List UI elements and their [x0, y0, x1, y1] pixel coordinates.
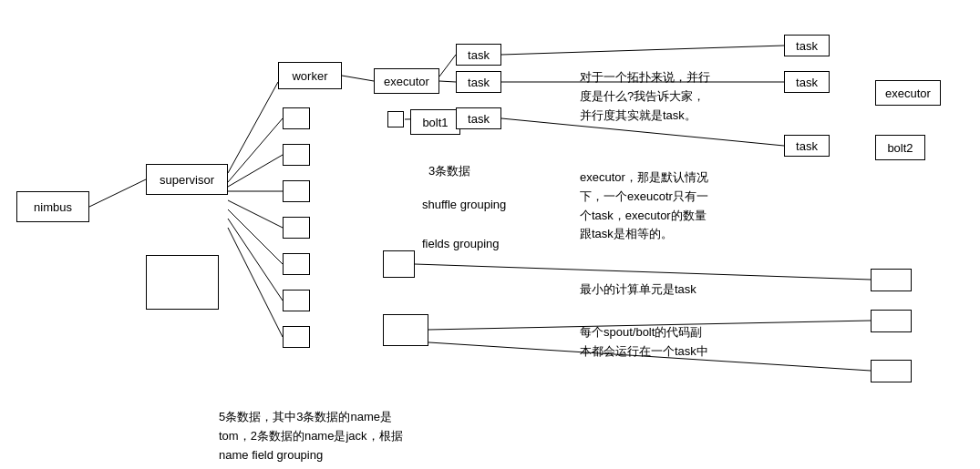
task3-box: task — [456, 107, 501, 129]
label-shuffle: shuffle grouping — [422, 196, 506, 214]
bolt1-box: bolt1 — [410, 109, 460, 135]
small-box-5 — [283, 253, 310, 275]
mid-box-2 — [383, 314, 428, 346]
label-3data: 3条数据 — [428, 162, 470, 180]
task2-box: task — [456, 71, 501, 93]
executor-right-box: executor — [875, 80, 941, 106]
right-box-1 — [871, 269, 912, 291]
nimbus-box: nimbus — [16, 191, 89, 222]
svg-line-6 — [342, 76, 374, 81]
task1-box: task — [456, 44, 501, 66]
bolt1-checkbox — [387, 111, 404, 127]
svg-line-5 — [228, 200, 283, 228]
label-desc2: executor，那是默认情况 下，一个exeucotr只有一 个task，ex… — [580, 168, 708, 244]
task-tr2-box: task — [784, 71, 830, 93]
bolt2-box: bolt2 — [875, 135, 925, 160]
svg-line-8 — [439, 81, 456, 82]
small-box-7 — [283, 326, 310, 348]
svg-line-3 — [228, 155, 283, 187]
right-box-3 — [871, 360, 912, 382]
label-bottom: 5条数据，其中3条数据的name是 tom，2条数据的name是jack，根据 … — [219, 408, 403, 464]
small-box-4 — [283, 217, 310, 239]
supervisor-box2 — [146, 255, 219, 310]
svg-line-13 — [415, 264, 871, 280]
small-box-1 — [283, 107, 310, 129]
small-box-3 — [283, 180, 310, 202]
mid-box-1 — [383, 250, 415, 278]
worker-box: worker — [278, 62, 342, 89]
svg-line-16 — [228, 209, 283, 264]
label-desc4: 每个spout/bolt的代码副 本都会运行在一个task中 — [580, 323, 708, 362]
label-desc1: 对于一个拓扑来说，并行 度是什么?我告诉大家， 并行度其实就是task。 — [580, 68, 710, 125]
svg-line-2 — [228, 118, 283, 182]
small-box-6 — [283, 290, 310, 311]
supervisor-box: supervisor — [146, 164, 228, 195]
svg-line-0 — [89, 179, 146, 207]
svg-line-10 — [501, 46, 784, 55]
small-box-2 — [283, 144, 310, 166]
right-box-2 — [871, 310, 912, 332]
svg-line-18 — [228, 228, 283, 337]
svg-line-7 — [439, 55, 456, 76]
label-fields: fields grouping — [422, 235, 500, 253]
executor-box: executor — [374, 68, 439, 94]
svg-line-1 — [228, 82, 278, 173]
svg-line-17 — [228, 219, 283, 301]
task-tr1-box: task — [784, 35, 830, 56]
diagram: nimbus supervisor worker executor bolt1 … — [0, 0, 980, 469]
label-desc3: 最小的计算单元是task — [580, 280, 696, 299]
task-tr3-box: task — [784, 135, 830, 157]
